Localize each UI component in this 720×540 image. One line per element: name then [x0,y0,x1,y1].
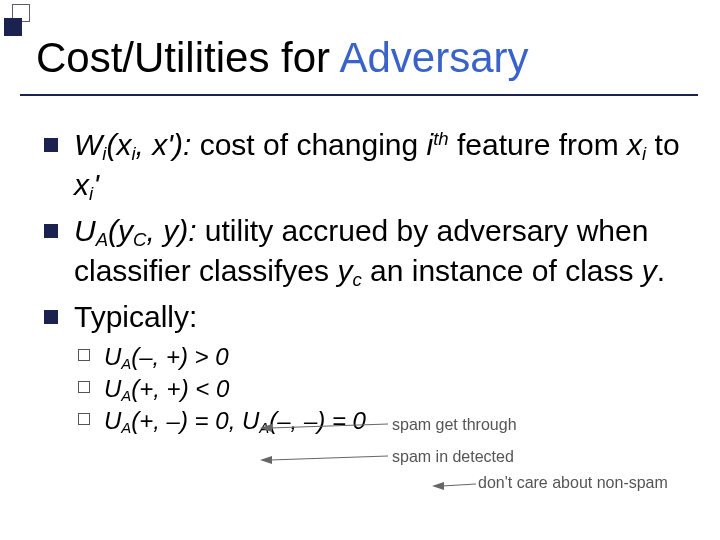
note-non-spam: don't care about non-spam [478,474,668,492]
c1-u: U [104,343,121,370]
c3-u: U [104,407,121,434]
w-from: x [627,128,642,161]
u-yc: y [337,254,352,287]
w-to-word: to [646,128,679,161]
svg-marker-3 [260,456,272,464]
title-rule [20,94,698,96]
bullet-typically: Typically: [40,298,690,336]
u-sub: A [96,229,108,250]
bullet-utility: UA(yC, y): utility accrued by adversary … [40,212,690,292]
c2-u: U [104,375,121,402]
svg-marker-5 [432,482,444,490]
c3-sub: A [121,420,131,436]
w-args-b: , x'): [136,128,192,161]
arrow-3 [432,478,478,494]
note-spam-detected: spam in detected [392,448,514,466]
case-3: UA(+, –) = 0, UA(–, –) = 0 [74,406,690,438]
w-args-a: (x [106,128,131,161]
w-symbol: W [74,128,102,161]
w-to: x [74,168,89,201]
u-args-b: , y): [147,214,197,247]
c3-mid: (+, –) = 0, [131,407,242,434]
case-1: UA(–, +) > 0 [74,342,690,374]
w-to-prime: ' [93,168,99,201]
c1-sub: A [121,357,131,373]
u-end: . [657,254,665,287]
svg-line-4 [442,484,476,486]
typically-label: Typically: [74,300,197,333]
u-args-a: (y [108,214,133,247]
u-symbol: U [74,214,96,247]
case-2: UA(+, +) < 0 [74,374,690,406]
c1-rest: (–, +) > 0 [131,343,228,370]
c2-rest: (+, +) < 0 [131,375,229,402]
c3-rest: (–, –) = 0 [269,407,366,434]
w-ith-th: th [433,128,449,149]
w-text-a: cost of changing [191,128,426,161]
u-yc-sub: c [352,269,361,290]
title-accent: Adversary [339,34,528,81]
u-text-b: an instance of class [362,254,642,287]
c3-sub2: A [259,420,269,436]
slide-title: Cost/Utilities for Adversary [36,34,528,82]
u-y: y [642,254,657,287]
slide-body: Wi(xi, x'): cost of changing ith feature… [40,126,690,438]
c3-u2: U [242,407,259,434]
arrow-2 [260,448,390,466]
c2-sub: A [121,388,131,404]
w-text-b: feature from [449,128,627,161]
svg-line-2 [270,456,388,460]
u-arg-sub: C [133,229,146,250]
bullet-cost: Wi(xi, x'): cost of changing ith feature… [40,126,690,206]
title-plain: Cost/Utilities for [36,34,339,81]
note-spam-through: spam get through [392,416,517,434]
